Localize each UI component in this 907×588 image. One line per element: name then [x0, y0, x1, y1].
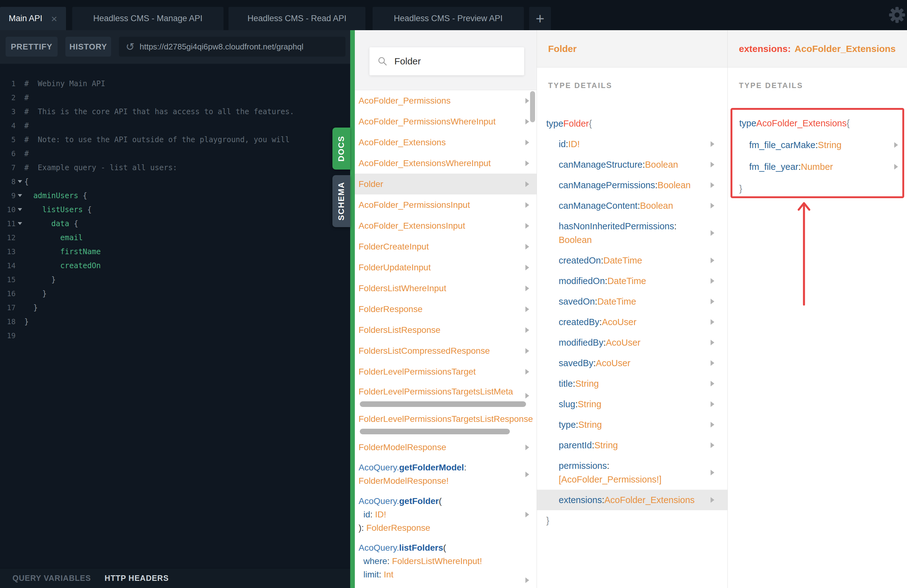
editor-line[interactable]: 9 adminUsers { — [0, 189, 350, 203]
editor-line[interactable]: 8{ — [0, 174, 350, 189]
editor-line[interactable]: 17 } — [0, 300, 350, 315]
docs-search-strip — [355, 30, 537, 90]
editor-line[interactable]: 2# — [0, 91, 350, 104]
prettify-button[interactable]: PRETTIFY — [6, 37, 58, 57]
tab-docs[interactable]: DOCS — [332, 128, 350, 169]
type-field-row[interactable]: createdBy: AcoUser — [537, 312, 728, 332]
type-field-row[interactable]: slug: String — [537, 394, 728, 414]
tab-label: Headless CMS - Preview API — [394, 14, 503, 23]
chevron-right-icon — [711, 381, 714, 387]
editor-line[interactable]: 16 } — [0, 286, 350, 300]
type-field-row[interactable]: createdOn: DateTime — [537, 250, 728, 271]
editor-line[interactable]: 12 email — [0, 230, 350, 244]
editor-line[interactable]: 1# Webiny Main API — [0, 77, 350, 91]
editor-line[interactable]: 10 listUsers { — [0, 203, 350, 217]
new-tab-button[interactable]: + — [529, 7, 551, 30]
editor-line[interactable]: 19 — [0, 329, 350, 342]
type-field-row[interactable]: canManageStructure: Boolean — [537, 154, 728, 175]
docs-item[interactable]: FoldersListCompressedResponse — [355, 340, 537, 361]
docs-item[interactable]: AcoQuery.getFolderModel:FolderModelRespo… — [355, 458, 537, 491]
docs-item[interactable]: Folder — [355, 174, 537, 195]
settings-button[interactable] — [888, 6, 906, 24]
docs-item[interactable]: FolderUpdateInput — [355, 257, 537, 278]
type-field-row[interactable]: type: String — [537, 414, 728, 435]
docs-vertical-scrollbar[interactable] — [530, 91, 535, 122]
editor-line[interactable]: 3# This is the core API that has access … — [0, 104, 350, 118]
type-field-row[interactable]: title: String — [537, 373, 728, 394]
docs-item[interactable]: FolderLevelPermissionsTargetsListRespons… — [355, 409, 537, 437]
docs-item[interactable]: FolderResponse — [355, 299, 537, 320]
query-variables-toggle[interactable]: QUERY VARIABLES — [13, 574, 91, 583]
folder-type-rows: type Folder {id: ID!canManageStructure: … — [537, 113, 728, 531]
docs-search-input[interactable] — [394, 56, 516, 67]
docs-horizontal-scrollbar[interactable] — [360, 401, 526, 407]
docs-item[interactable]: AcoQuery.listFolders( where: FoldersList… — [355, 538, 537, 588]
docs-horizontal-scrollbar[interactable] — [360, 429, 510, 434]
type-field-row[interactable]: modifiedBy: AcoUser — [537, 332, 728, 353]
chevron-right-icon — [526, 265, 529, 270]
docs-item[interactable]: FolderLevelPermissionsTargetsListMeta — [355, 382, 537, 409]
type-field-row[interactable]: canManagePermissions: Boolean — [537, 175, 728, 195]
chevron-right-icon — [526, 244, 529, 249]
type-field-row[interactable]: permissions:[AcoFolder_Permissions!] — [537, 455, 728, 490]
docs-item[interactable]: AcoQuery.getFolder( id: ID!): FolderResp… — [355, 491, 537, 538]
graphql-playground-window: Main API × Headless CMS - Manage API Hea… — [0, 0, 907, 588]
docs-item[interactable]: FolderLevelPermissionsTarget — [355, 361, 537, 382]
tab-headless-cms-preview-api[interactable]: Headless CMS - Preview API — [373, 7, 524, 30]
tab-schema[interactable]: SCHEMA — [332, 175, 350, 227]
chevron-right-icon — [711, 299, 714, 304]
editor-line[interactable]: 5# Note: to use the API outside of the p… — [0, 133, 350, 147]
type-field-row[interactable]: modifiedOn: DateTime — [537, 271, 728, 291]
close-icon[interactable]: × — [51, 13, 57, 24]
fold-arrow-icon[interactable] — [18, 208, 22, 211]
fold-arrow-icon[interactable] — [18, 194, 22, 197]
docs-item[interactable]: FolderCreateInput — [355, 236, 537, 257]
editor-line[interactable]: 4# — [0, 118, 350, 133]
editor-line[interactable]: 18} — [0, 315, 350, 329]
search-icon — [378, 56, 388, 66]
refresh-icon[interactable]: ↺ — [126, 42, 135, 52]
type-field-row[interactable]: savedBy: AcoUser — [537, 353, 728, 373]
docs-item[interactable]: AcoFolder_PermissionsInput — [355, 195, 537, 215]
editor-line[interactable]: 13 firstName — [0, 244, 350, 259]
type-row: type Folder { — [537, 113, 728, 134]
type-field-row[interactable]: extensions: AcoFolder_Extensions — [537, 490, 728, 510]
type-field-row[interactable]: fm_file_year: Number — [737, 156, 902, 177]
editor-line[interactable]: 6# — [0, 147, 350, 161]
fold-arrow-icon[interactable] — [18, 180, 22, 183]
docs-item[interactable]: AcoFolder_ExtensionsWhereInput — [355, 153, 537, 174]
folder-type-panel: Folder TYPE DETAILS type Folder {id: ID!… — [537, 30, 728, 588]
tab-main-api[interactable]: Main API × — [0, 7, 66, 30]
tab-headless-cms-read-api[interactable]: Headless CMS - Read API — [228, 7, 365, 30]
endpoint-url-bar[interactable]: ↺ https://d2785gi4qi6pw8.cloudfront.net/… — [119, 37, 346, 57]
type-field-row[interactable]: id: ID! — [537, 134, 728, 154]
docs-item[interactable]: AcoFolder_Extensions — [355, 132, 537, 153]
chevron-right-icon — [526, 119, 529, 125]
docs-item[interactable]: AcoFolder_ExtensionsInput — [355, 215, 537, 236]
fold-arrow-icon[interactable] — [18, 222, 22, 225]
type-field-row[interactable]: fm_file_carMake: String — [737, 134, 902, 156]
editor-line[interactable]: 7# Example query - list all users: — [0, 161, 350, 174]
tab-headless-cms-manage-api[interactable]: Headless CMS - Manage API — [72, 7, 223, 30]
docs-item[interactable]: FoldersListResponse — [355, 320, 537, 340]
docs-item[interactable]: AcoFolder_Permissions — [355, 90, 537, 111]
type-field-row[interactable]: canManageContent: Boolean — [537, 195, 728, 216]
docs-item[interactable]: FolderModelResponse — [355, 437, 537, 458]
docs-item[interactable]: AcoFolder_PermissionsWhereInput — [355, 111, 537, 132]
query-editor[interactable]: 1# Webiny Main API2#3# This is the core … — [0, 64, 350, 569]
chevron-right-icon — [894, 164, 898, 169]
chevron-right-icon — [526, 223, 529, 228]
http-headers-toggle[interactable]: HTTP HEADERS — [104, 574, 169, 583]
chevron-right-icon — [526, 307, 529, 312]
editor-line[interactable]: 14 createdOn — [0, 259, 350, 273]
editor-line[interactable]: 11 data { — [0, 217, 350, 230]
type-field-row[interactable]: hasNonInheritedPermissions:Boolean — [537, 216, 728, 250]
history-button[interactable]: HISTORY — [66, 37, 111, 57]
editor-line[interactable]: 15 } — [0, 273, 350, 286]
panel-title: Folder — [548, 43, 577, 54]
type-field-row[interactable]: parentId: String — [537, 435, 728, 455]
annotation-arrow — [788, 200, 819, 307]
docs-item[interactable]: FoldersListWhereInput — [355, 278, 537, 299]
chevron-right-icon — [711, 401, 714, 407]
type-field-row[interactable]: savedOn: DateTime — [537, 291, 728, 312]
